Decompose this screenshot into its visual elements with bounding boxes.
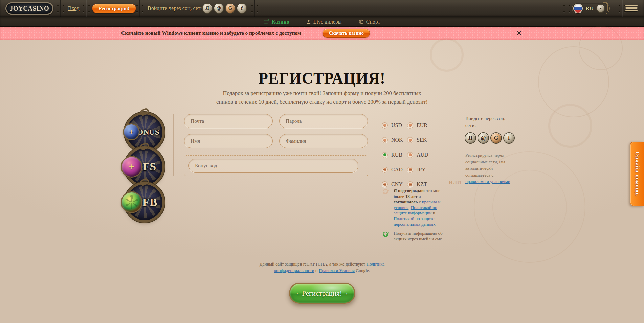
- checkmark-green-icon[interactable]: [382, 231, 389, 238]
- page-subtitle: Подарок за регистрацию уже почти твой! З…: [0, 89, 644, 106]
- currency-code: KZT: [417, 181, 427, 187]
- bonus-code-area: [184, 155, 368, 176]
- divider: [563, 0, 571, 17]
- badge-label: FB: [142, 196, 157, 209]
- divider: [251, 0, 259, 17]
- side-social-note: Регистрируясь через социальные сети, Вы …: [465, 152, 513, 185]
- currency-cad[interactable]: CAD: [382, 162, 407, 177]
- yandex-icon[interactable]: Я: [465, 133, 475, 143]
- bonus-code-field[interactable]: [188, 159, 358, 173]
- side-terms-link[interactable]: правилами и условиями: [465, 179, 510, 184]
- side-social-buttons: Я @ G f: [465, 133, 514, 143]
- google-terms-link[interactable]: Правила и Условия: [319, 268, 355, 273]
- submit-label: Регистрация!: [302, 289, 342, 298]
- download-casino-button[interactable]: Скачать казино: [323, 29, 370, 38]
- currency-code: USD: [391, 122, 402, 129]
- currency-options: USD EUR NOK SEK RUB AUD CAD JPY: [382, 118, 432, 192]
- currency-usd[interactable]: USD: [382, 118, 407, 133]
- tab-live-dealers[interactable]: Live дилеры: [306, 19, 342, 25]
- page-title: РЕГИСТРАЦИЯ!: [0, 69, 644, 87]
- currency-sek[interactable]: SEK: [407, 133, 432, 148]
- currency-code: CNY: [391, 181, 403, 187]
- close-icon[interactable]: ✕: [515, 29, 523, 37]
- or-divider-top: [454, 115, 454, 177]
- radio-icon[interactable]: [382, 137, 388, 143]
- currency-code: RUB: [391, 152, 402, 158]
- first-name-field[interactable]: [184, 134, 273, 148]
- or-divider-bottom: [454, 189, 454, 242]
- register-button[interactable]: Регистрация!: [92, 4, 136, 13]
- logo[interactable]: JOYCASINO: [5, 2, 53, 15]
- radio-icon[interactable]: [407, 122, 413, 129]
- age-terms-checkbox[interactable]: Я подтверждаю что мне более 18 лет и сог…: [382, 188, 446, 227]
- submit-registration-button[interactable]: ‹ Регистрация! ›: [289, 283, 355, 304]
- promo-checkbox[interactable]: Получать информацию об акциях через имей…: [382, 231, 446, 242]
- radio-selected-icon[interactable]: [382, 152, 388, 158]
- nav-bar: Казино Live дилеры Спорт: [0, 17, 644, 27]
- language-code: RU: [586, 6, 594, 11]
- online-help-tab[interactable]: Онлайн помощь: [630, 142, 644, 206]
- radio-icon[interactable]: [407, 152, 413, 158]
- currency-aud[interactable]: AUD: [407, 147, 432, 162]
- agree-bold: соглашаюсь: [394, 199, 418, 204]
- tab-casino[interactable]: Казино: [264, 19, 289, 25]
- radio-icon[interactable]: [382, 181, 388, 187]
- ball-icon: [359, 19, 364, 24]
- banner-message: Скачайте новый Windows клиент казино и з…: [121, 27, 301, 40]
- radio-icon[interactable]: [407, 181, 413, 187]
- personal-data-policy-link[interactable]: Политикой по защите персональных данных: [394, 216, 436, 227]
- social-login-prompt: Войдите через соц. сети:: [148, 5, 205, 11]
- facebook-icon[interactable]: f: [504, 133, 514, 143]
- subtitle-line: спинов в течение 10 дней, бесплатную ста…: [0, 98, 644, 107]
- currency-code: NOK: [391, 137, 403, 143]
- divider: [83, 0, 90, 17]
- mailru-icon[interactable]: @: [214, 4, 223, 13]
- badge-label: FS: [142, 160, 156, 173]
- russia-flag-icon: [573, 4, 583, 13]
- radio-icon[interactable]: [407, 167, 413, 173]
- tab-label: Казино: [271, 19, 289, 25]
- watermark-stain: [548, 104, 592, 148]
- or-label: ИЛИ: [449, 180, 462, 185]
- tab-sport[interactable]: Спорт: [359, 19, 380, 25]
- age-terms-text: Я подтверждаю что мне более 18 лет и сог…: [394, 188, 446, 227]
- badge-freebet[interactable]: FB: [127, 184, 162, 220]
- password-field[interactable]: [279, 114, 368, 128]
- radio-icon[interactable]: [407, 137, 413, 143]
- yandex-icon[interactable]: Я: [203, 4, 212, 13]
- tab-label: Спорт: [366, 19, 380, 25]
- google-icon[interactable]: G: [226, 4, 235, 13]
- download-banner: Скачайте новый Windows клиент казино и з…: [0, 27, 644, 40]
- recaptcha-note: Данный сайт защищен reCAPTCHA, а так же …: [257, 261, 387, 274]
- confirm-bold: Я подтверждаю: [394, 188, 425, 193]
- currency-eur[interactable]: EUR: [407, 118, 432, 133]
- checkmark-icon[interactable]: [382, 188, 389, 195]
- dealer-icon: [306, 20, 311, 24]
- currency-code: CAD: [391, 167, 403, 173]
- currency-code: EUR: [417, 122, 427, 129]
- divider: [136, 0, 143, 17]
- login-link[interactable]: Вход: [68, 5, 80, 11]
- last-name-field[interactable]: [279, 134, 368, 148]
- currency-rub[interactable]: RUB: [382, 147, 407, 162]
- mailru-icon[interactable]: @: [478, 133, 488, 143]
- watermark-circle: [579, 26, 623, 70]
- divider: [57, 0, 64, 17]
- currency-jpy[interactable]: JPY: [407, 162, 432, 177]
- facebook-icon[interactable]: f: [237, 4, 246, 13]
- tab-label: Live дилеры: [313, 19, 342, 25]
- radio-icon[interactable]: [382, 167, 388, 173]
- currency-code: SEK: [417, 137, 427, 143]
- promo-text: Получать информацию об акциях через имей…: [394, 231, 446, 242]
- logo-text: JOYCASINO: [10, 4, 49, 13]
- currency-nok[interactable]: NOK: [382, 133, 407, 148]
- page: JOYCASINO Вход Регистрация! Войдите чере…: [0, 0, 644, 323]
- currency-code: AUD: [417, 152, 428, 158]
- radio-icon[interactable]: [382, 122, 388, 129]
- google-icon[interactable]: G: [491, 133, 501, 143]
- divider: [619, 0, 626, 17]
- pipe-decoration: [603, 2, 608, 11]
- email-field[interactable]: [184, 114, 273, 128]
- menu-icon[interactable]: [625, 5, 638, 13]
- age-bold: более 18 лет: [394, 194, 417, 199]
